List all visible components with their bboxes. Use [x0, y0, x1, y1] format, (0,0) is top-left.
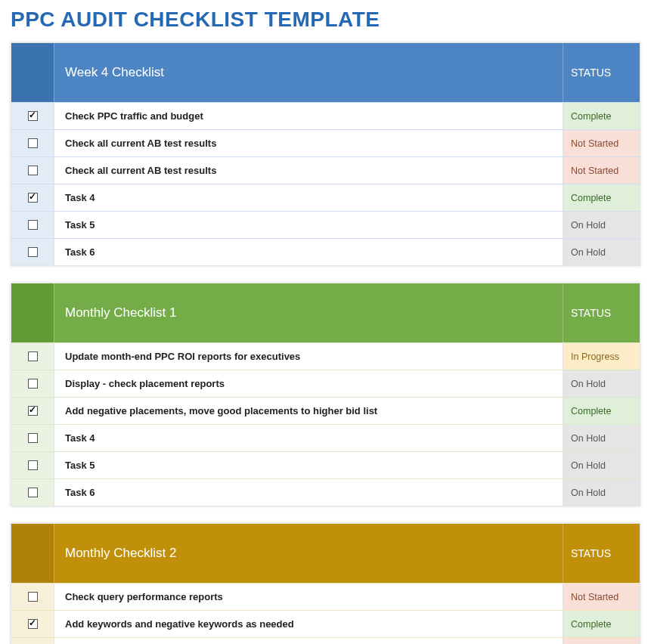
status-badge[interactable]: On Hold [563, 425, 640, 451]
task-label: Check all current AB test results [54, 130, 563, 156]
task-checkbox[interactable] [28, 220, 38, 230]
checkbox-cell [11, 425, 54, 451]
checkbox-cell [11, 212, 54, 238]
table-row: Task 5On Hold [11, 451, 640, 478]
checkbox-cell [11, 638, 54, 644]
task-checkbox[interactable] [28, 592, 38, 602]
task-label: Task 4 [54, 184, 563, 211]
status-badge[interactable]: Not Started [563, 157, 640, 184]
table-row: Check query performance reportsNot Start… [11, 583, 640, 610]
status-badge[interactable]: Complete [563, 184, 640, 211]
task-label: Add negative placements, move good place… [54, 398, 563, 424]
task-checkbox[interactable] [28, 488, 38, 497]
section-status-header: STATUS [563, 283, 640, 342]
table-row: Check all current AB test resultsNot Sta… [11, 129, 640, 156]
task-label: Task 4 [54, 425, 563, 451]
task-label: Add keywords and negative keywords as ne… [54, 611, 563, 637]
status-badge[interactable]: On Hold [563, 479, 640, 506]
checklist-section: Week 4 ChecklistSTATUSCheck PPC traffic … [11, 42, 640, 266]
task-checkbox[interactable] [28, 619, 38, 629]
checkbox-cell [11, 130, 54, 156]
table-row: Task 6On Hold [11, 238, 640, 265]
checkbox-cell [11, 611, 54, 637]
table-row: Task 3Not Started [11, 637, 640, 644]
status-badge[interactable]: Complete [563, 398, 640, 424]
task-label: Task 5 [54, 452, 563, 478]
header-checkbox-col [11, 283, 54, 342]
checkbox-cell [11, 157, 54, 184]
status-badge[interactable]: Not Started [563, 638, 640, 644]
task-label: Task 3 [54, 638, 563, 644]
table-row: Check PPC traffic and budgetComplete [11, 102, 640, 129]
task-checkbox[interactable] [28, 111, 38, 121]
checkbox-cell [11, 479, 54, 506]
section-header: Monthly Checklist 2STATUS [11, 524, 640, 583]
table-row: Add keywords and negative keywords as ne… [11, 610, 640, 637]
task-checkbox[interactable] [28, 406, 38, 416]
checkbox-cell [11, 584, 54, 610]
task-checkbox[interactable] [28, 379, 38, 389]
checklist-section: Monthly Checklist 2STATUSCheck query per… [11, 523, 640, 644]
checkbox-cell [11, 184, 54, 211]
section-header: Monthly Checklist 1STATUS [11, 283, 640, 342]
task-checkbox[interactable] [28, 166, 38, 175]
section-header: Week 4 ChecklistSTATUS [11, 43, 640, 102]
status-badge[interactable]: Not Started [563, 584, 640, 610]
table-row: Check all current AB test resultsNot Sta… [11, 156, 640, 184]
task-label: Display - check placement reports [54, 370, 563, 397]
table-row: Add negative placements, move good place… [11, 397, 640, 424]
checklist-section: Monthly Checklist 1STATUSUpdate month-en… [11, 283, 640, 506]
status-badge[interactable]: On Hold [563, 370, 640, 397]
task-label: Task 6 [54, 479, 563, 506]
task-checkbox[interactable] [28, 247, 38, 257]
table-row: Display - check placement reportsOn Hold [11, 370, 640, 397]
checkbox-cell [11, 370, 54, 397]
status-badge[interactable]: Complete [563, 103, 640, 129]
table-row: Update month-end PPC ROI reports for exe… [11, 342, 640, 370]
table-row: Task 4On Hold [11, 424, 640, 451]
header-checkbox-col [11, 524, 54, 583]
status-badge[interactable]: Not Started [563, 130, 640, 156]
checkbox-cell [11, 398, 54, 424]
section-status-header: STATUS [563, 524, 640, 583]
task-label: Check PPC traffic and budget [54, 103, 563, 129]
checkbox-cell [11, 343, 54, 370]
section-title: Week 4 Checklist [54, 43, 563, 102]
task-label: Task 6 [54, 239, 563, 265]
status-badge[interactable]: On Hold [563, 452, 640, 478]
checkbox-cell [11, 103, 54, 129]
section-title: Monthly Checklist 2 [54, 524, 563, 583]
status-badge[interactable]: On Hold [563, 239, 640, 265]
checkbox-cell [11, 239, 54, 265]
task-checkbox[interactable] [28, 138, 38, 148]
task-label: Check query performance reports [54, 584, 563, 610]
section-title: Monthly Checklist 1 [54, 283, 563, 342]
checkbox-cell [11, 452, 54, 478]
task-label: Check all current AB test results [54, 157, 563, 184]
status-badge[interactable]: In Progress [563, 343, 640, 370]
table-row: Task 6On Hold [11, 478, 640, 506]
header-checkbox-col [11, 43, 54, 102]
page-title: PPC AUDIT CHECKLIST TEMPLATE [11, 8, 640, 32]
task-label: Task 5 [54, 212, 563, 238]
task-checkbox[interactable] [28, 193, 38, 203]
table-row: Task 4Complete [11, 184, 640, 211]
task-checkbox[interactable] [28, 433, 38, 443]
status-badge[interactable]: Complete [563, 611, 640, 637]
task-checkbox[interactable] [28, 351, 38, 361]
status-badge[interactable]: On Hold [563, 212, 640, 238]
task-label: Update month-end PPC ROI reports for exe… [54, 343, 563, 370]
section-status-header: STATUS [563, 43, 640, 102]
table-row: Task 5On Hold [11, 211, 640, 238]
task-checkbox[interactable] [28, 460, 38, 470]
